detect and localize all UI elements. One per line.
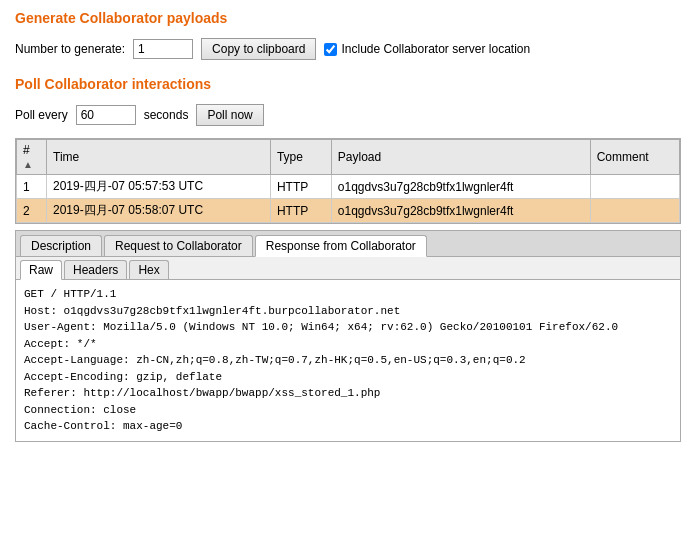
subtab-raw[interactable]: Raw — [20, 260, 62, 280]
generate-controls: Number to generate: Copy to clipboard In… — [0, 32, 696, 66]
table-row[interactable]: 12019-四月-07 05:57:53 UTCHTTPo1qgdvs3u7g2… — [17, 175, 680, 199]
poll-section: Poll Collaborator interactions Poll ever… — [0, 66, 696, 132]
table-body: 12019-四月-07 05:57:53 UTCHTTPo1qgdvs3u7g2… — [17, 175, 680, 223]
poll-controls: Poll every seconds Poll now — [0, 98, 696, 132]
table-header-row: # ▲ Time Type Payload Comment — [17, 140, 680, 175]
generate-title: Generate Collaborator payloads — [0, 0, 696, 32]
col-payload[interactable]: Payload — [331, 140, 590, 175]
cell-comment — [590, 175, 679, 199]
poll-title: Poll Collaborator interactions — [0, 66, 696, 98]
col-num[interactable]: # ▲ — [17, 140, 47, 175]
copy-to-clipboard-button[interactable]: Copy to clipboard — [201, 38, 316, 60]
cell-type: HTTP — [270, 199, 331, 223]
cell-type: HTTP — [270, 175, 331, 199]
include-location-checkbox[interactable] — [324, 43, 337, 56]
poll-now-button[interactable]: Poll now — [196, 104, 263, 126]
cell-comment — [590, 199, 679, 223]
col-time[interactable]: Time — [47, 140, 271, 175]
subtab-headers[interactable]: Headers — [64, 260, 127, 279]
cell-num: 2 — [17, 199, 47, 223]
cell-payload: o1qgdvs3u7g28cb9tfx1lwgnler4ft — [331, 175, 590, 199]
tab-request[interactable]: Request to Collaborator — [104, 235, 253, 256]
poll-label: Poll every — [15, 108, 68, 122]
cell-num: 1 — [17, 175, 47, 199]
main-tabs-bar: Description Request to Collaborator Resp… — [16, 231, 680, 257]
cell-payload: o1qgdvs3u7g28cb9tfx1lwgnler4ft — [331, 199, 590, 223]
col-type[interactable]: Type — [270, 140, 331, 175]
cell-time: 2019-四月-07 05:58:07 UTC — [47, 199, 271, 223]
table-row[interactable]: 22019-四月-07 05:58:07 UTCHTTPo1qgdvs3u7g2… — [17, 199, 680, 223]
tab-response[interactable]: Response from Collaborator — [255, 235, 427, 257]
col-comment[interactable]: Comment — [590, 140, 679, 175]
number-label: Number to generate: — [15, 42, 125, 56]
interactions-table-container: # ▲ Time Type Payload Comment 12019-四月-0… — [15, 138, 681, 224]
sub-tabs-bar: Raw Headers Hex — [16, 257, 680, 280]
subtab-hex[interactable]: Hex — [129, 260, 168, 279]
poll-interval-input[interactable] — [76, 105, 136, 125]
seconds-label: seconds — [144, 108, 189, 122]
interactions-table: # ▲ Time Type Payload Comment 12019-四月-0… — [16, 139, 680, 223]
detail-tabs-container: Description Request to Collaborator Resp… — [15, 230, 681, 442]
generate-section: Generate Collaborator payloads Number to… — [0, 0, 696, 66]
number-input[interactable] — [133, 39, 193, 59]
include-location-label: Include Collaborator server location — [324, 42, 530, 56]
sort-arrow: ▲ — [23, 159, 33, 170]
content-area: GET / HTTP/1.1 Host: o1qgdvs3u7g28cb9tfx… — [16, 280, 680, 441]
include-location-text: Include Collaborator server location — [341, 42, 530, 56]
tab-description[interactable]: Description — [20, 235, 102, 256]
cell-time: 2019-四月-07 05:57:53 UTC — [47, 175, 271, 199]
